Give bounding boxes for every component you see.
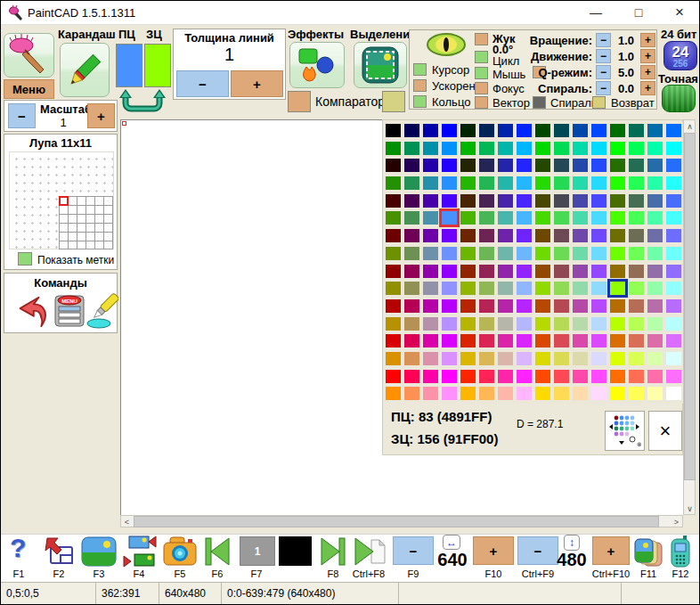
palette-cell-194[interactable]: [423, 334, 438, 347]
palette-cell-247[interactable]: [517, 387, 532, 400]
palette-cell-239[interactable]: [666, 370, 681, 383]
palette-cell-188[interactable]: [610, 317, 625, 331]
swap-images-icon[interactable]: [122, 535, 158, 568]
palette-cell-3[interactable]: [442, 124, 457, 137]
palette-cell-80[interactable]: [386, 211, 401, 225]
palette-cell-182[interactable]: [498, 317, 513, 331]
palette-cell-14[interactable]: [647, 124, 663, 137]
palette-cell-87[interactable]: [517, 211, 532, 225]
palette-cell-99[interactable]: [442, 229, 457, 242]
palette-cell-201[interactable]: [554, 334, 569, 347]
palette-cell-78[interactable]: [647, 194, 663, 208]
palette-cell-34[interactable]: [423, 159, 438, 172]
palette-cell-192[interactable]: [386, 334, 401, 347]
scale-plus-button[interactable]: +: [87, 103, 115, 128]
palette-cell-242[interactable]: [423, 387, 438, 400]
frame-preview-box[interactable]: [279, 536, 312, 566]
palette-cell-228[interactable]: [460, 370, 476, 383]
swap-colors-icon[interactable]: [117, 89, 168, 113]
palette-cell-250[interactable]: [573, 387, 588, 400]
palette-cell-238[interactable]: [647, 370, 663, 383]
palette-cell-139[interactable]: [591, 265, 606, 278]
palette-cell-175[interactable]: [666, 299, 681, 313]
help-icon[interactable]: ?: [10, 533, 26, 563]
vertical-scrollbar[interactable]: ∧ ∨: [683, 119, 696, 515]
palette-cell-101[interactable]: [479, 229, 494, 242]
menu-button[interactable]: Меню: [4, 79, 54, 99]
palette-cell-190[interactable]: [647, 317, 663, 331]
palette-cell-17[interactable]: [404, 142, 419, 155]
camera-icon[interactable]: [161, 535, 199, 568]
palette-cell-243[interactable]: [442, 387, 457, 400]
palette-cell-252[interactable]: [610, 387, 625, 400]
palette-cell-110[interactable]: [647, 229, 663, 242]
palette-cell-12[interactable]: [610, 124, 625, 137]
show-marks-checkbox[interactable]: [18, 252, 32, 266]
palette-cell-145[interactable]: [404, 282, 419, 295]
palette-cell-82[interactable]: [423, 211, 438, 225]
palette-cell-236[interactable]: [610, 370, 625, 383]
precision-button[interactable]: [662, 85, 696, 112]
palette-cell-63[interactable]: [666, 176, 681, 190]
palette-cell-200[interactable]: [535, 334, 550, 347]
palette-cell-204[interactable]: [610, 334, 625, 347]
palette-cell-13[interactable]: [629, 124, 644, 137]
palette-cell-108[interactable]: [610, 229, 625, 242]
palette-cell-23[interactable]: [517, 142, 532, 155]
palette-cell-52[interactable]: [460, 176, 476, 190]
palette-cell-40[interactable]: [535, 159, 550, 172]
palette-cell-198[interactable]: [498, 334, 513, 347]
palette-cell-91[interactable]: [591, 211, 606, 225]
palette-cell-76[interactable]: [610, 194, 625, 208]
palette-cell-100[interactable]: [460, 229, 476, 242]
spiral-toggle[interactable]: [533, 96, 546, 109]
scroll-down-icon[interactable]: ∨: [684, 503, 696, 514]
palette-cell-229[interactable]: [479, 370, 494, 383]
palette-cell-10[interactable]: [573, 124, 588, 137]
palette-cell-6[interactable]: [498, 124, 513, 137]
palette-cell-125[interactable]: [629, 247, 644, 260]
palette-cell-164[interactable]: [460, 299, 476, 313]
palette-cell-235[interactable]: [591, 370, 606, 383]
palette-cell-193[interactable]: [404, 334, 419, 347]
palette-cell-180[interactable]: [460, 317, 476, 331]
palette-cell-144[interactable]: [386, 282, 401, 295]
palette-cell-97[interactable]: [404, 229, 419, 242]
scroll-up-icon[interactable]: ∧: [684, 120, 696, 132]
palette-cell-186[interactable]: [573, 317, 588, 331]
palette-cell-102[interactable]: [498, 229, 513, 242]
focus-toggle[interactable]: [475, 82, 488, 94]
palette-mode-button[interactable]: ⊗: [605, 411, 645, 451]
menu-command-icon[interactable]: MENU: [53, 291, 86, 329]
eye-icon[interactable]: [426, 32, 467, 57]
palette-cell-123[interactable]: [591, 247, 606, 260]
palette-cell-38[interactable]: [498, 159, 513, 172]
palette-cell-120[interactable]: [535, 247, 550, 260]
palette-cell-114[interactable]: [423, 247, 438, 260]
menu-tool-button[interactable]: [4, 33, 54, 78]
palette-cell-131[interactable]: [442, 265, 457, 278]
palette-cell-72[interactable]: [535, 194, 550, 208]
palette-cell-171[interactable]: [591, 299, 606, 313]
palette-cell-206[interactable]: [647, 334, 663, 347]
palette-cell-74[interactable]: [573, 194, 588, 208]
palette-cell-84[interactable]: [460, 211, 476, 225]
palette-cell-179[interactable]: [442, 317, 457, 331]
palette-cell-57[interactable]: [554, 176, 569, 190]
palette-cell-42[interactable]: [573, 159, 588, 172]
palette-cell-254[interactable]: [647, 387, 663, 400]
palette-cell-54[interactable]: [498, 176, 513, 190]
palette-cell-130[interactable]: [423, 265, 438, 278]
palette-cell-46[interactable]: [647, 159, 663, 172]
palette-cell-196[interactable]: [460, 334, 476, 347]
selection-button[interactable]: [354, 42, 407, 88]
palette-cell-173[interactable]: [629, 299, 644, 313]
palette-cell-106[interactable]: [573, 229, 588, 242]
palette-cell-251[interactable]: [591, 387, 606, 400]
palette-cell-30[interactable]: [647, 142, 663, 155]
palette-cell-71[interactable]: [517, 194, 532, 208]
palette-cell-227[interactable]: [442, 370, 457, 383]
palette-cell-230[interactable]: [498, 370, 513, 383]
palette-cell-151[interactable]: [517, 282, 532, 295]
palette-cell-218[interactable]: [573, 352, 588, 365]
